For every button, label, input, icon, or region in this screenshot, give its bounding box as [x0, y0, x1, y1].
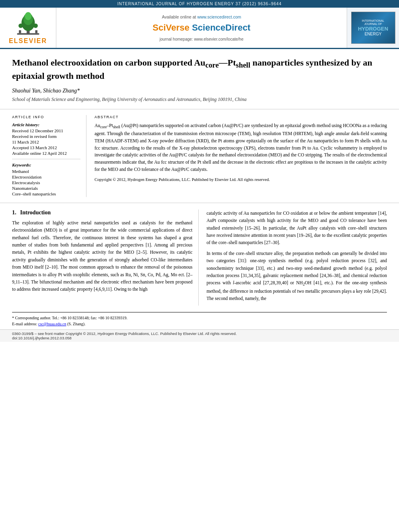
svg-point-4 [19, 24, 23, 28]
svg-rect-6 [19, 30, 21, 33]
keyword-methanol: Methanol [12, 169, 80, 174]
email-link[interactable]: csc@buaa.edu.cn [38, 322, 66, 326]
revised-date: 11 March 2012 [12, 140, 80, 144]
elsevier-logo: ELSEVIER [0, 8, 56, 48]
svg-rect-7 [35, 30, 37, 33]
elsevier-text: ELSEVIER [9, 37, 47, 45]
footer-bar: 0360-3199/$ – see front matter Copyright… [0, 329, 399, 342]
doi-text: doi:10.1016/j.ijhydene.2012.03.058 [12, 336, 387, 340]
svg-point-5 [33, 24, 37, 28]
introduction-title: Introduction [20, 210, 51, 216]
keyword-electrocatalysis: Electrocatalysis [12, 180, 80, 185]
journal-banner: INTERNATIONAL JOURNAL OF HYDROGEN ENERGY… [0, 0, 399, 8]
keyword-electrooxidation: Electrooxidation [12, 175, 80, 179]
section-number: 1. [12, 210, 16, 216]
abstract-section: ABSTRACT Aucore–Ptshell (Au@Pt) nanopart… [95, 115, 387, 197]
article-info: ARTICLE INFO Article history: Received 1… [12, 115, 86, 197]
article-info-heading: ARTICLE INFO [12, 115, 80, 119]
journal-homepage-text: journal homepage: www.elsevier.com/locat… [160, 37, 243, 41]
footnote-section: * Corresponding author. Tel.: +86 10 823… [12, 312, 387, 329]
journal-logo-hydrogen: HYDROGEN [358, 26, 388, 32]
abstract-heading: ABSTRACT [95, 115, 387, 119]
header-middle: Available online at www.sciencedirect.co… [56, 8, 347, 48]
corresponding-author: * Corresponding author. Tel.: +86 10 823… [12, 315, 387, 321]
header: ELSEVIER Available online at www.science… [0, 8, 399, 49]
copyright-text: Copyright © 2012, Hydrogen Energy Public… [95, 177, 387, 183]
right-paragraph-2: In terms of the core–shell structure all… [207, 250, 387, 302]
title-section: Methanol electrooxidation on carbon supp… [0, 49, 399, 109]
accepted-date: Accepted 13 March 2012 [12, 145, 80, 150]
svg-rect-8 [17, 33, 39, 35]
article-history-label: Article history: [12, 122, 80, 127]
available-online-text: Available online at www.sciencedirect.co… [162, 14, 241, 19]
available-online-date: Available online 12 April 2012 [12, 151, 80, 156]
footer-text: 0360-3199/$ – see front matter Copyright… [12, 331, 387, 336]
body-right-column: catalytic activity of Au nanoparticles f… [207, 210, 387, 306]
affiliation: School of Materials Science and Engineer… [12, 97, 387, 103]
sciverse-label: SciVerse ScienceDirect [152, 23, 250, 33]
subscript-core: core [206, 61, 219, 69]
introduction-heading: 1. Introduction [12, 210, 193, 216]
received-date: Received 12 December 2011 [12, 128, 80, 133]
subscript-shell: shell [236, 61, 251, 69]
body-section: 1. Introduction The exploration of highl… [0, 203, 399, 312]
journal-logo-section: INTERNATIONAL JOURNAL OF HYDROGEN ENERGY [347, 8, 399, 48]
info-divider [12, 159, 80, 159]
right-paragraph-1: catalytic activity of Au nanoparticles f… [207, 210, 387, 246]
keywords-label: Keywords: [12, 162, 80, 167]
keyword-nanomaterials: Nanomaterials [12, 186, 80, 191]
journal-title: INTERNATIONAL JOURNAL OF HYDROGEN ENERGY… [117, 2, 282, 6]
elsevier-tree-icon [12, 12, 44, 36]
article-title: Methanol electrooxidation on carbon supp… [12, 57, 387, 82]
keyword-coreshell: Core–shell nanoparticles [12, 191, 80, 196]
email-address: E-mail address: csc@buaa.edu.cn (S. Zhan… [12, 321, 387, 327]
sciverse-logo: SciVerse ScienceDirect [152, 23, 250, 33]
authors: Shaohui Yan, Shichao Zhang* [12, 88, 387, 94]
abstract-text: Aucore–Ptshell (Au@Pt) nanoparticles sup… [95, 122, 387, 173]
info-abstract-section: ARTICLE INFO Article history: Received 1… [0, 109, 399, 203]
hydrogen-energy-logo: INTERNATIONAL JOURNAL OF HYDROGEN ENERGY [351, 12, 395, 44]
body-left-column: 1. Introduction The exploration of highl… [12, 210, 199, 306]
introduction-paragraph-1: The exploration of highly active metal n… [12, 219, 193, 293]
journal-logo-energy: ENERGY [364, 32, 381, 36]
svg-point-3 [25, 12, 31, 20]
journal-logo-line1: INTERNATIONAL JOURNAL OF [362, 19, 385, 26]
sciencedirect-link[interactable]: www.sciencedirect.com [197, 14, 241, 19]
received-revised-label: Received in revised form [12, 134, 80, 139]
